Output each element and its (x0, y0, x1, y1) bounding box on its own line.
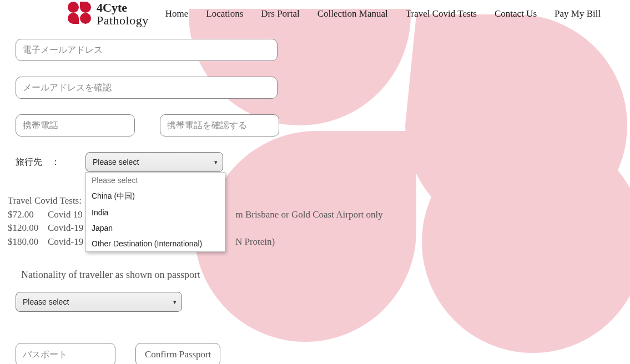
brand-icon (67, 1, 92, 27)
nav-pay-my-bill[interactable]: Pay My Bill (555, 8, 601, 19)
test-desc-tail: N Protein) (235, 235, 275, 249)
test-price: $120.00 (8, 221, 42, 235)
email-confirm-field[interactable] (16, 77, 278, 99)
test-desc-tail: m Brisbane or Gold Coast Airport only (235, 208, 382, 222)
nav-travel-covid-tests[interactable]: Travel Covid Tests (406, 8, 477, 19)
nav-contact-us[interactable]: Contact Us (495, 8, 537, 19)
svg-point-1 (80, 13, 91, 24)
test-desc: Covid-19 F (48, 221, 91, 235)
destination-option[interactable]: Please select (86, 173, 225, 188)
passport-confirm-label: Confirm Passport (145, 349, 211, 360)
destination-dropdown-list: Please select China (中国) India Japan Oth… (85, 172, 225, 252)
nav-drs-portal[interactable]: Drs Portal (261, 8, 299, 19)
mobile-confirm-field[interactable] (160, 114, 279, 136)
destination-label: 旅行先 ： (16, 156, 83, 168)
nav-home[interactable]: Home (165, 8, 189, 19)
brand-text: 4Cyte Pathology (97, 1, 149, 27)
test-desc: Covid-19 F (48, 235, 91, 249)
test-price: $72.00 (8, 208, 42, 222)
nationality-label: Nationality of traveller as shown on pas… (21, 269, 630, 281)
travel-form: 旅行先 ： Please select ▾ Please select Chin… (0, 28, 630, 364)
destination-select[interactable]: Please select (85, 152, 223, 172)
mobile-field[interactable] (16, 114, 135, 136)
destination-option[interactable]: Japan (86, 220, 225, 236)
svg-point-0 (68, 2, 79, 13)
destination-option[interactable]: China (中国) (86, 188, 225, 205)
destination-option[interactable]: India (86, 205, 225, 220)
destination-option[interactable]: Other Destination (International) (86, 236, 225, 251)
email-field[interactable] (16, 39, 278, 61)
nav-locations[interactable]: Locations (206, 8, 243, 19)
nationality-select[interactable]: Please select (16, 292, 182, 312)
passport-confirm-field[interactable]: Confirm Passport (135, 343, 220, 364)
main-nav: Home Locations Drs Portal Collection Man… (165, 8, 601, 19)
test-desc: Covid 19 R (48, 208, 91, 222)
test-price: $180.00 (8, 235, 42, 249)
passport-field[interactable] (16, 343, 115, 364)
nav-collection-manual[interactable]: Collection Manual (317, 8, 388, 19)
brand-logo[interactable]: 4Cyte Pathology (67, 1, 149, 27)
site-header: 4Cyte Pathology Home Locations Drs Porta… (0, 0, 630, 28)
